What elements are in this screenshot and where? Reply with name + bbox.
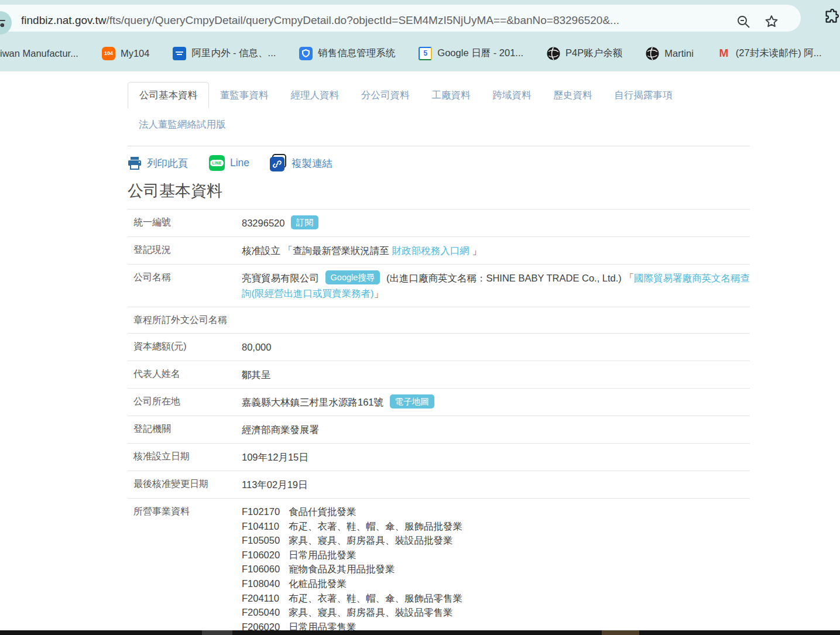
extensions-icon[interactable]	[823, 9, 838, 24]
table-row-company-name: 公司名稱 亮寶貿易有限公司 Google搜尋 (出進口廠商英文名稱：SHINE …	[128, 264, 750, 307]
bookmark-label: 阿里内外 - 信息、...	[191, 47, 276, 60]
table-row-ban: 統一編號 83296520 訂閱	[128, 209, 750, 236]
row-label: 核准設立日期	[128, 449, 242, 465]
business-item: F106020日常用品批發業	[242, 548, 750, 562]
line-share-button[interactable]: LINE Line	[209, 155, 249, 171]
ban-value: 83296520	[242, 218, 284, 228]
globe-icon	[547, 47, 560, 60]
bookmark-alibaba[interactable]: 阿里内外 - 信息、...	[173, 47, 276, 60]
url-path: /fts/query/QueryCmpyDetail/queryCmpyDeta…	[106, 14, 619, 26]
table-row-status: 登記現況 核准設立 「查詢最新營業狀況請至 財政部稅務入口網 」	[128, 236, 750, 264]
row-label: 登記現況	[128, 243, 242, 258]
print-button[interactable]: 列印此頁	[128, 156, 188, 170]
bookmarks-bar: iwan Manufactur... 104 My104 阿里内外 - 信息、.…	[0, 36, 840, 70]
quote-close: 」	[374, 288, 384, 298]
row-label: 公司所在地	[128, 394, 242, 410]
tab-cross-domain[interactable]: 跨域資料	[482, 83, 543, 108]
row-label: 所營事業資料	[128, 504, 242, 635]
table-row-last-change-date: 最後核准變更日期 113年02月19日	[128, 471, 750, 498]
authority-value: 經濟部商業發展署	[242, 424, 319, 435]
url-domain: findbiz.nat.gov.tw	[21, 14, 106, 26]
status-note: 查詢最新營業狀況請至	[293, 245, 392, 256]
bookmark-gmail-unread[interactable]: M (27封未读邮件) 阿...	[717, 47, 822, 60]
approval-date-value: 109年12月15日	[242, 452, 308, 462]
tab-factory[interactable]: 工廠資料	[421, 83, 482, 108]
globe-icon	[646, 47, 659, 60]
status-value: 核准設立	[242, 245, 280, 256]
gmail-favicon: M	[717, 47, 731, 60]
company-name-value: 亮寶貿易有限公司	[242, 273, 319, 283]
capital-value: 80,000	[242, 342, 271, 352]
table-row-business-items: 所營事業資料 F102170食品什貨批發業F104110布疋、衣著、鞋、帽、傘、…	[128, 498, 750, 635]
business-item: F108040化粧品批發業	[242, 576, 750, 591]
tab-branches[interactable]: 分公司資料	[350, 83, 421, 108]
tab-managers[interactable]: 經理人資料	[280, 83, 351, 108]
line-label: Line	[230, 157, 249, 169]
print-label: 列印此頁	[147, 156, 188, 170]
table-row-address: 公司所在地 嘉義縣大林鎮三村里水源路161號 電子地圖	[128, 388, 750, 416]
printer-icon	[128, 157, 142, 170]
bookmark-google-calendar[interactable]: 5 Google 日曆 - 201...	[419, 47, 523, 60]
table-row-approval-date: 核准設立日期 109年12月15日	[128, 443, 750, 471]
row-label: 登記機關	[128, 422, 242, 437]
my104-favicon: 104	[102, 47, 115, 60]
subscribe-badge[interactable]: 訂閱	[291, 215, 318, 229]
bookmark-label: My104	[121, 48, 150, 59]
bookmark-label: P4P账户余额	[565, 47, 622, 60]
row-label: 統一編號	[128, 215, 242, 231]
table-row-foreign-name: 章程所訂外文公司名稱	[128, 307, 750, 333]
company-detail-table: 統一編號 83296520 訂閱 登記現況 核准設立 「查詢最新營業狀況請至 財…	[128, 209, 750, 635]
copy-link-icon	[270, 155, 286, 171]
table-row-authority: 登記機關 經濟部商業發展署	[128, 416, 750, 443]
business-item: F104110布疋、衣著、鞋、帽、傘、服飾品批發業	[242, 519, 750, 534]
url-text[interactable]: findbiz.nat.gov.tw/fts/query/QueryCmpyDe…	[21, 14, 724, 32]
copy-link-label: 複製連結	[292, 156, 332, 170]
representative-value: 鄒其呈	[242, 369, 271, 380]
electronic-map-badge[interactable]: 電子地圖	[390, 394, 434, 409]
tab-self-disclosure[interactable]: 自行揭露事項	[604, 83, 684, 108]
table-row-capital: 資本總額(元) 80,000	[128, 333, 750, 361]
row-label: 資本總額(元)	[128, 339, 242, 355]
tab-legal-person-network[interactable]: 法人董監網絡試用版	[128, 112, 237, 138]
tab-directors[interactable]: 董監事資料	[209, 83, 280, 108]
table-row-representative: 代表人姓名 鄒其呈	[128, 361, 750, 388]
line-icon: LINE	[209, 155, 225, 171]
row-label: 公司名稱	[128, 270, 242, 301]
bookmark-my104[interactable]: 104 My104	[102, 47, 150, 60]
business-items-list: F102170食品什貨批發業F104110布疋、衣著、鞋、帽、傘、服飾品批發業F…	[242, 504, 750, 635]
row-label: 最後核准變更日期	[128, 477, 242, 492]
shield-favicon	[299, 47, 313, 60]
english-name-note: (出進口廠商英文名稱：SHINE BABY TRADE Co., Ltd.)	[386, 273, 622, 283]
google-search-badge[interactable]: Google搜尋	[325, 270, 380, 284]
copy-link-button[interactable]: 複製連結	[270, 155, 332, 171]
tax-portal-link[interactable]: 財政部稅務入口網	[392, 245, 469, 256]
tab-history[interactable]: 歷史資料	[543, 83, 604, 108]
action-toolbar: 列印此頁 LINE Line 複製連結	[128, 155, 750, 171]
last-change-date-value: 113年02月19日	[242, 479, 308, 490]
bookmark-label: (27封未读邮件) 阿...	[736, 47, 822, 60]
bookmark-label: Martini	[664, 48, 694, 59]
quote-close: 」	[469, 245, 482, 256]
business-item: F205040家具、寢具、廚房器具、裝設品零售業	[242, 605, 750, 620]
bookmark-sales-system[interactable]: 销售信息管理系统	[299, 47, 395, 60]
alibaba-favicon	[173, 47, 186, 60]
business-item: F105050家具、寢具、廚房器具、裝設品批發業	[242, 533, 750, 548]
browser-chrome: findbiz.nat.gov.tw/fts/query/QueryCmpyDe…	[0, 0, 840, 71]
business-item: F204110布疋、衣著、鞋、帽、傘、服飾品零售業	[242, 591, 750, 606]
bookmark-star-icon[interactable]	[764, 14, 779, 29]
tab-company-basic[interactable]: 公司基本資料	[128, 82, 209, 108]
row-label: 代表人姓名	[128, 367, 242, 382]
bookmark-taiwan-manufacturer[interactable]: iwan Manufactur...	[0, 48, 78, 59]
page-content: 公司基本資料 董監事資料 經理人資料 分公司資料 工廠資料 跨域資料 歷史資料 …	[0, 71, 840, 631]
quote-open: 「	[624, 273, 634, 283]
zoom-icon[interactable]	[736, 14, 751, 29]
quote-open: 「	[283, 245, 293, 256]
address-bar[interactable]: findbiz.nat.gov.tw/fts/query/QueryCmpyDe…	[0, 5, 801, 32]
bookmark-label: 销售信息管理系统	[318, 47, 395, 60]
row-label: 章程所訂外文公司名稱	[128, 313, 242, 327]
bottom-taskbar-strip	[0, 630, 840, 635]
site-info-icon[interactable]	[0, 11, 12, 35]
business-item: F106060寵物食品及其用品批發業	[242, 562, 750, 576]
bookmark-martini[interactable]: Martini	[646, 47, 694, 60]
bookmark-p4p-balance[interactable]: P4P账户余额	[547, 47, 622, 60]
